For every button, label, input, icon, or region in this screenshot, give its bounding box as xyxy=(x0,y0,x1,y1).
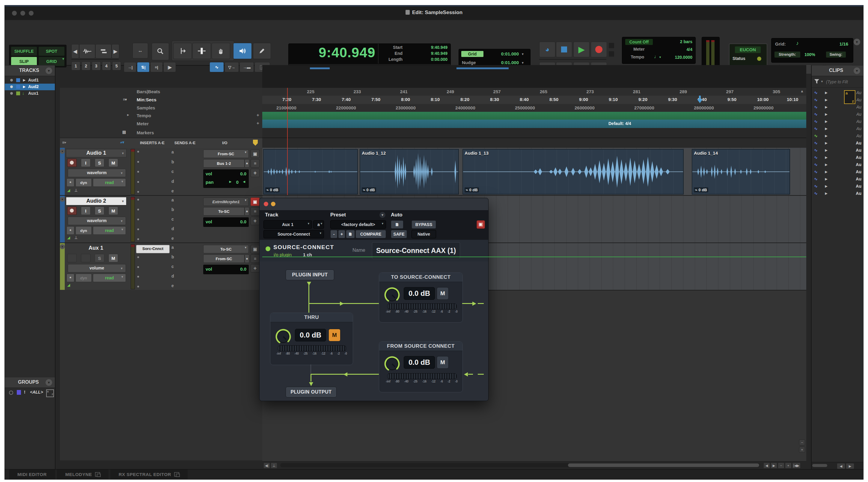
inserts-column-header[interactable]: INSERTS A-E xyxy=(136,141,169,145)
meter-value[interactable]: 4/4 xyxy=(664,47,692,52)
track-list-item-aud1[interactable]: ► Aud1 xyxy=(5,77,55,84)
tempo-ruler-band[interactable] xyxy=(262,112,806,120)
insert-slot[interactable] xyxy=(137,229,139,230)
toolbar-options-dropdown-icon[interactable]: ▼ xyxy=(854,39,860,45)
comments-icon[interactable]: ≡ xyxy=(251,207,259,215)
scrubber-tool-button[interactable] xyxy=(233,43,252,59)
librarian-save-icon[interactable]: 🗎 xyxy=(346,230,355,238)
midi-zoom-button[interactable] xyxy=(95,44,112,58)
track-list-item-aud2-selected[interactable]: ► Aud2 xyxy=(5,84,55,90)
send-slot[interactable]: b xyxy=(172,254,174,259)
track-freeze-icon[interactable]: ⊥ xyxy=(74,235,78,240)
clip-list-item[interactable]: ∿ ► Au xyxy=(812,147,863,154)
zoom-preset-button[interactable]: 2 xyxy=(82,61,91,70)
markers-list-icon[interactable]: ▤ xyxy=(122,130,126,134)
dyn-button[interactable]: dyn xyxy=(75,274,92,282)
zoom-plus-icon[interactable]: + xyxy=(785,462,792,469)
tab-rx-spectral-editor[interactable]: RX SPECTRAL EDITOR xyxy=(110,470,188,479)
automation-mode-button[interactable]: read▼ xyxy=(93,178,126,187)
io-output-selector[interactable]: Bus 1-2 xyxy=(203,159,245,168)
groups-panel-dropdown-icon[interactable]: ▼ xyxy=(45,379,52,386)
meter-label[interactable]: Meter xyxy=(625,47,653,52)
safe-button[interactable]: SAFE xyxy=(391,230,407,238)
add-row-icon[interactable]: + xyxy=(251,169,259,177)
track-view-selector[interactable]: waveform▼ xyxy=(68,169,126,177)
mode-shuffle-button[interactable]: SHUFFLE xyxy=(11,47,37,56)
io-input-selector[interactable]: ExtrnlMcrphn1▼ xyxy=(203,198,249,206)
center-playhead-icon[interactable]: ⊥ xyxy=(271,462,277,469)
insert-slot[interactable] xyxy=(137,171,139,173)
track-list-name[interactable]: Aux1 xyxy=(28,91,38,96)
zoom-minus-icon[interactable]: − xyxy=(778,462,784,469)
elastic-audio-button[interactable]: * xyxy=(66,226,74,235)
track-height-plus-icon[interactable]: + xyxy=(799,447,805,453)
meter-marker[interactable]: Default: 4/4 xyxy=(609,121,631,126)
ruler-markers-label-row[interactable]: ▤ Markers xyxy=(60,128,262,138)
send-slot[interactable]: a xyxy=(172,150,174,154)
clip-list-item[interactable]: ∿ ► Au xyxy=(812,96,863,103)
clip-list-label[interactable]: Au xyxy=(856,148,861,153)
clip-list-item[interactable]: ∿ ► Au xyxy=(812,140,863,147)
solo-button[interactable]: S xyxy=(95,254,104,262)
timeline-insertion-marker[interactable] xyxy=(696,96,703,104)
send-slot[interactable]: c xyxy=(172,169,174,174)
track-name-aux1[interactable]: Aux 1 xyxy=(66,244,126,252)
from-sc-gain-knob[interactable] xyxy=(384,356,400,372)
send-slot[interactable]: d xyxy=(172,274,174,278)
send-slot[interactable]: e xyxy=(172,236,174,241)
auto-enable-icon[interactable]: 🗎 xyxy=(391,220,403,229)
group-row-all[interactable]: ! <ALL> az xyxy=(5,389,55,397)
ruler-meter-label-row[interactable]: Meter + xyxy=(60,120,262,128)
main-counter-value[interactable]: 9:40.949 xyxy=(319,44,376,61)
thru-gain-knob[interactable] xyxy=(275,329,291,345)
expand-arrow-icon[interactable]: ► xyxy=(824,97,829,102)
track-name-audio1[interactable]: Audio 1▼ xyxy=(66,149,126,157)
start-value[interactable]: 9:40.949 xyxy=(405,45,447,50)
insert-slot[interactable] xyxy=(137,276,139,277)
tempo-label[interactable]: Tempo xyxy=(625,55,650,59)
markers-ruler[interactable] xyxy=(262,128,806,138)
clip-list-label[interactable]: Au xyxy=(856,162,861,167)
filter-dropdown-icon[interactable]: ▼ xyxy=(820,80,823,83)
midi-velocity-icon[interactable]: ◢ xyxy=(67,188,70,192)
clip-list-item[interactable]: ∿ ► Au xyxy=(812,125,863,132)
plugin-output-button[interactable]: PLUGIN OUTPUT xyxy=(286,387,337,397)
track-show-dot[interactable] xyxy=(10,92,13,95)
expand-arrow-icon[interactable]: ► xyxy=(824,155,829,160)
link-track-edit-icon[interactable]: ≡| xyxy=(150,62,163,72)
zoom-out-arrow-button[interactable]: ◀ xyxy=(71,44,79,58)
dyn-button[interactable]: dyn xyxy=(75,178,92,187)
automation-mode-button[interactable]: read▼ xyxy=(93,274,126,282)
clip-list-item[interactable]: ∿ ► Au xyxy=(812,190,863,197)
tempo-value[interactable]: 120.0000 xyxy=(664,55,692,60)
plugin-close-icon[interactable] xyxy=(264,202,268,206)
audio-clip-2[interactable]: Audio 1_12 ⌁ 0 dB xyxy=(360,149,459,194)
track-collapse-icon[interactable]: ▼ xyxy=(60,197,65,202)
transport-mini-button[interactable] xyxy=(609,51,614,57)
insert-slot[interactable] xyxy=(137,256,139,258)
clips-panel-dropdown-icon[interactable]: ▼ xyxy=(854,67,860,74)
nudge-back-icon[interactable]: ◀| xyxy=(264,462,270,469)
insert-position-selector[interactable]: a▼ xyxy=(313,220,324,229)
filter-funnel-icon[interactable] xyxy=(814,79,820,85)
clip-list-label[interactable]: Au xyxy=(856,97,861,102)
to-sc-gain-knob[interactable] xyxy=(384,287,400,303)
track-list-name[interactable]: Aud2 xyxy=(28,84,39,89)
comments-icon[interactable]: ≡ xyxy=(251,159,259,168)
io-input-selector[interactable]: To-SC▼ xyxy=(203,245,249,253)
samples-ruler[interactable]: 2100000022000000230000002400000025000000… xyxy=(262,104,806,112)
track-freeze-icon[interactable]: ⊥ xyxy=(74,188,78,192)
expand-arrow-icon[interactable]: ► xyxy=(824,104,829,110)
midi-velocity-icon[interactable]: ◢ xyxy=(67,283,70,287)
insert-slot[interactable] xyxy=(137,218,139,220)
plugin-minimize-icon[interactable] xyxy=(271,202,275,206)
automation-mode-button[interactable]: read▼ xyxy=(93,226,126,235)
insertion-follows-playback-icon[interactable]: |▶ xyxy=(163,62,176,72)
record-arm-button[interactable] xyxy=(67,158,77,167)
swing-label[interactable]: Swing: xyxy=(826,52,846,58)
clip-gain-badge[interactable]: ⌁ 0 dB xyxy=(694,187,708,192)
elastic-audio-button[interactable]: * xyxy=(66,178,74,187)
nudge-value[interactable]: 0:01.000 xyxy=(489,60,519,65)
length-value[interactable]: 0:00.000 xyxy=(405,57,447,62)
ruler-bars-label-row[interactable]: Bars|Beats xyxy=(60,88,262,96)
